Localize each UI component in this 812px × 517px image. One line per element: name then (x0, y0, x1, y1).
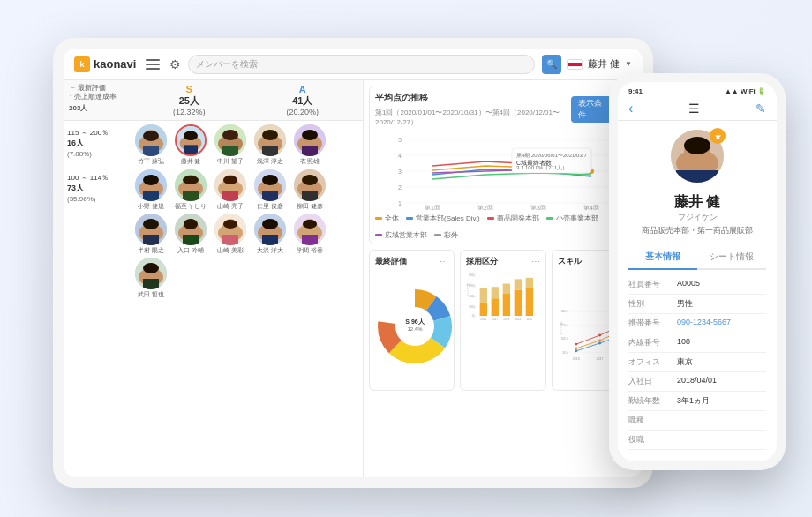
face-yamazaki[interactable]: 山崎 亮子 (212, 169, 249, 211)
menu-icon[interactable] (143, 55, 162, 74)
fn-yanagida: 柳田 健彦 (297, 202, 323, 211)
info-label-tenure: 勤続年数 (628, 395, 677, 407)
back-button[interactable]: ‹ (628, 101, 633, 116)
svg-text:2019: 2019 (515, 318, 522, 321)
logo-text: kaonavi (94, 57, 136, 71)
face-fuku[interactable]: 福至 そしり (172, 169, 209, 211)
phone-nav: ‹ ☰ ✎ (618, 97, 777, 121)
svg-rect-125 (526, 288, 533, 316)
search-box[interactable]: メンバーを検索 (188, 55, 535, 74)
svg-rect-119 (492, 298, 499, 316)
face-gakuma[interactable]: 学間 裕香 (291, 214, 328, 255)
info-label-gender: 性別 (628, 298, 677, 310)
legend-label-other: 彩外 (444, 230, 458, 240)
fc-ono (135, 169, 167, 201)
svg-text:2016: 2016 (481, 318, 487, 321)
face-fujii[interactable]: 藤井 健 (172, 124, 209, 166)
face-5[interactable]: 衣 照雄 (291, 124, 328, 166)
svg-rect-126 (526, 278, 533, 288)
rank-a-count: A (248, 84, 358, 94)
range-label-2: 100 ～ 114％ 73人 (35.96%) (67, 169, 129, 204)
face-iriguchi[interactable]: 入口 吟輔 (172, 214, 209, 255)
svg-rect-123 (515, 290, 522, 316)
svg-point-63 (223, 220, 237, 229)
rank-a-col: A 41人 (20.20%) (248, 84, 358, 116)
face-circle-4 (254, 124, 286, 156)
face-takeshita[interactable]: 竹下 蘇弘 (132, 124, 169, 166)
rank-header: ← 最新評価 ↑ 売上順達成率 203人 S 25人 (12.32%) A 41… (64, 80, 363, 121)
face-name-3: 中川 望子 (217, 157, 244, 166)
edit-button[interactable]: ✎ (756, 101, 766, 116)
top-chart-header: 平均点の推移 第1回（2020/01/01〜2020/10/31）〜第4回（20… (375, 92, 631, 127)
svg-point-144 (575, 343, 577, 346)
svg-point-23 (302, 130, 318, 140)
fn-iriguchi: 入口 吟輔 (177, 246, 204, 255)
legend-label-all: 全体 (385, 214, 399, 223)
svg-rect-122 (503, 284, 510, 294)
face-ono[interactable]: 小野 健規 (132, 169, 169, 211)
fn-fuku: 福至 そしり (175, 202, 207, 211)
dropdown-arrow[interactable]: ▼ (625, 60, 632, 68)
svg-text:S 96人: S 96人 (405, 318, 425, 326)
svg-text:2020: 2020 (527, 318, 533, 321)
svg-rect-24 (302, 146, 318, 156)
svg-rect-29 (143, 191, 159, 201)
svg-rect-117 (480, 302, 487, 316)
recruitment-more-icon[interactable]: ⋯ (531, 257, 540, 266)
svg-point-73 (303, 220, 317, 229)
search-button[interactable]: 🔍 (542, 55, 561, 74)
svg-point-28 (143, 175, 159, 185)
face-yanagida[interactable]: 柳田 健彦 (291, 169, 328, 211)
tab-basic-info[interactable]: 基本情報 (628, 245, 697, 270)
svg-point-68 (262, 219, 278, 229)
legend-dot-retail (546, 217, 553, 220)
hamburger-menu[interactable]: ☰ (688, 101, 700, 116)
face-takeda[interactable]: 武田 哲也 (132, 258, 169, 299)
star-badge: ★ (710, 128, 726, 144)
face-osawa[interactable]: 大沢 洋大 (252, 214, 289, 255)
legend-retail: 小売事業本部 (546, 214, 598, 223)
face-4[interactable]: 浅澤 淳之 (252, 124, 289, 166)
face-3[interactable]: 中川 望子 (212, 124, 249, 166)
face-yamazaki2[interactable]: 山崎 美彩 (212, 214, 249, 255)
face-circle-5 (294, 124, 326, 156)
phone-profile-header: ★ 藤井 健 フジイケン 商品販売本部・第一商品展販部 (618, 121, 777, 245)
svg-rect-19 (262, 146, 278, 156)
range-label-1: 115 ～ 200％ 16人 (7.88%) (67, 124, 129, 159)
svg-text:600人: 600人 (470, 284, 477, 288)
svg-point-48 (302, 175, 318, 185)
fn-ono: 小野 健規 (138, 202, 164, 211)
gear-icon[interactable]: ⚙ (169, 57, 181, 71)
face-hamura[interactable]: 半村 陽之 (132, 214, 169, 255)
recruitment-title: 採用区分 ⋯ (466, 256, 539, 267)
svg-point-18 (262, 130, 278, 140)
faces-group-1: 竹下 蘇弘 (132, 124, 359, 166)
header-bar: k kaonavi ⚙ メンバーを検索 🔍 藤井 健 ▼ (64, 49, 643, 80)
phone-tabs: 基本情報 シート情報 (628, 245, 766, 270)
svg-rect-69 (262, 235, 278, 245)
tab-sheet-info[interactable]: シート情報 (697, 245, 766, 268)
face-circle-2 (175, 124, 207, 156)
fc-yanagida (294, 169, 326, 201)
chart-period-text: 第1回（2020/01/01〜2020/10/31）〜第4回（2020/12/0… (375, 108, 571, 127)
info-value-phone[interactable]: 090-1234-5667 (677, 318, 766, 329)
evaluation-more-icon[interactable]: ⋯ (440, 257, 448, 266)
svg-rect-14 (222, 146, 238, 156)
info-row-join: 入社日 2018/04/01 (628, 372, 766, 392)
recruitment-chart: 採用区分 ⋯ 800人 600人 400人 200人 0人 (460, 250, 545, 391)
face-hidori[interactable]: 仁里 俊彦 (252, 169, 289, 211)
evaluation-title-text: 最終評価 (375, 256, 407, 267)
legend-dot-product (487, 217, 494, 220)
info-row-tenure: 勤続年数 3年1ヵ月 (628, 392, 766, 411)
svg-text:メンバー数: メンバー数 (466, 283, 470, 296)
phone-time: 9:41 (628, 87, 643, 95)
svg-rect-121 (503, 294, 510, 316)
svg-point-13 (222, 130, 238, 140)
chart-legend: 全体 営業本部(Sales Div.) 商品開発本部 (375, 214, 631, 240)
fc-iriguchi (175, 214, 207, 245)
evaluation-title: 最終評価 ⋯ (375, 256, 448, 267)
legend-other: 彩外 (434, 230, 458, 240)
svg-rect-59 (183, 235, 199, 245)
display-conditions-btn[interactable]: 表示条件 (571, 96, 611, 123)
svg-text:200人: 200人 (561, 310, 568, 313)
